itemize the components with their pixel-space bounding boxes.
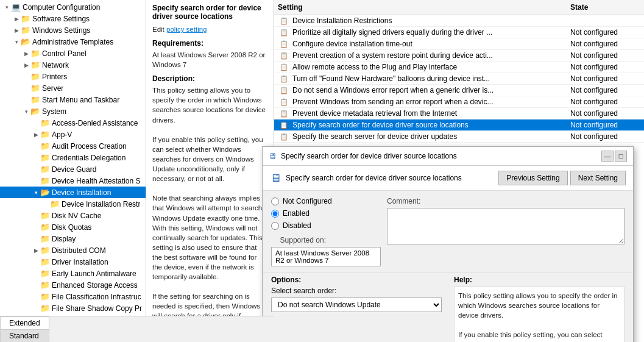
tree-item-system[interactable]: ▾📂System [0,105,146,117]
table-row[interactable]: 📋 Prioritize all digitally signed driver… [274,27,644,38]
tree-item-driver-installation[interactable]: 📁Driver Installation [0,256,146,268]
tree-item-device-health[interactable]: 📁Device Health Attestation S [0,175,146,187]
tree-expander[interactable]: ▾ [2,4,11,10]
folder-icon: 📁 [40,118,50,127]
folder-icon: 📁 [40,141,50,151]
policy-icon: 📋 [278,17,290,25]
table-row[interactable]: 📋 Prevent device metadata retrieval from… [274,108,644,119]
folder-icon: 📁 [40,234,50,243]
setting-cell: 📋 Specify search order for device driver… [274,119,567,130]
help-text: This policy setting allows you to specif… [454,287,625,342]
tree-item-device-guard[interactable]: 📁Device Guard [0,163,146,175]
tree-expander[interactable]: ▶ [22,62,30,68]
tree-item-file-classification[interactable]: 📁File Classification Infrastruc [0,291,146,302]
folder-icon: 📁 [40,223,50,232]
tree-item-server[interactable]: 📁Server [0,82,146,94]
tree-item-audit-process[interactable]: 📁Audit Process Creation [0,140,146,152]
folder-icon: 📁 [40,257,50,266]
tree-item-windows-settings[interactable]: ▶📁Windows Settings [0,24,146,36]
tree-item-network[interactable]: ▶📁Network [0,59,146,71]
tree-item-admin-templates[interactable]: ▾📂Administrative Templates [0,36,146,48]
tree-expander[interactable]: ▶ [32,248,40,254]
table-row[interactable]: 📋 Configure device installation time-out… [274,38,644,50]
tree-item-device-installation-restr[interactable]: 📁Device Installation Restr [0,198,146,210]
modal-maximize-btn[interactable]: □ [615,151,627,162]
tree-item-label: File Classification Infrastruc [52,293,141,301]
tree-item-early-launch[interactable]: 📁Early Launch Antimalware [0,268,146,279]
state-cell: Not configured [567,73,644,84]
table-row[interactable]: 📋 Device Installation Restrictions [274,15,644,27]
tree-item-enhanced-storage[interactable]: 📁Enhanced Storage Access [0,279,146,291]
tree-item-display[interactable]: 📁Display [0,233,146,244]
tree-item-distributed-com[interactable]: ▶📁Distributed COM [0,244,146,256]
tree-item-label: Printers [42,73,67,81]
folder-open-icon: 📂 [30,107,40,116]
comment-textarea[interactable] [387,208,625,244]
tree-item-access-denied[interactable]: 📁Access-Denied Assistance [0,117,146,129]
tree-item-start-menu[interactable]: 📁Start Menu and Taskbar [0,94,146,105]
tree-expander[interactable]: ▶ [12,16,21,22]
table-row[interactable]: 📋 Prevent creation of a system restore p… [274,50,644,62]
table-row[interactable]: 📋 Turn off "Found New Hardware" balloons… [274,73,644,85]
tree-item-credentials[interactable]: 📁Credentials Delegation [0,152,146,163]
tree-expander[interactable]: ▾ [12,39,21,45]
tree-item-app-v[interactable]: ▶📁App-V [0,129,146,140]
folder-icon: 📁 [40,211,50,220]
folder-icon: 📁 [40,130,50,139]
radio-enabled[interactable]: Enabled [271,209,381,218]
help-label: Help: [454,276,625,284]
tree-item-label: File Share Shadow Copy Pr [52,304,142,313]
radio-disabled[interactable]: Disabled [271,221,381,230]
folder-icon: 📁 [50,199,60,208]
table-row[interactable]: 📋 Do not send a Windows error report whe… [274,85,644,96]
state-cell [567,20,644,22]
tree-item-software-settings[interactable]: ▶📁Software Settings [0,13,146,24]
table-row[interactable]: 📋 Specify search order for device driver… [274,119,644,131]
tree-expander[interactable]: ▶ [12,27,21,34]
setting-cell: 📋 Configure device installation time-out [274,38,567,49]
tab-standard[interactable]: Standard [0,329,49,342]
tree-expander[interactable]: ▶ [32,132,40,138]
setting-cell: 📋 Prevent device metadata retrieval from… [274,108,567,119]
search-order-dropdown[interactable]: Do not search Windows Update [271,297,442,312]
requirements-heading: Requirements: [152,39,267,48]
tree-item-label: Network [42,61,69,69]
tree-item-label: System [42,107,66,116]
state-cell: Not configured [567,50,644,61]
tree-item-label: Start Menu and Taskbar [42,96,119,104]
modal-minimize-btn[interactable]: — [601,151,614,162]
tree-item-file-share-shadow[interactable]: 📁File Share Shadow Copy Pr [0,302,146,314]
tree-expander[interactable]: ▶ [22,51,30,57]
tree-item-control-panel[interactable]: ▶📁Control Panel [0,48,146,59]
policy-icon: 📋 [278,110,290,118]
tree-expander[interactable]: ▾ [22,109,30,115]
next-setting-btn[interactable]: Next Setting [570,171,626,185]
tree-item-computer-config[interactable]: ▾💻Computer Configuration [0,1,146,13]
policy-icon: 📋 [278,75,290,83]
table-row[interactable]: 📋 Allow remote access to the Plug and Pl… [274,62,644,73]
tree-item-device-installation[interactable]: ▾📂Device Installation [0,187,146,198]
col-header-state: State [567,2,644,13]
tree-item-printers[interactable]: 📁Printers [0,71,146,82]
bottom-tabs: ExtendedStandard [0,316,274,342]
tree-item-label: App-V [52,130,72,139]
tree-item-disk-quotas[interactable]: 📁Disk Quotas [0,221,146,233]
tree-item-disk-nv-cache[interactable]: 📁Disk NV Cache [0,210,146,221]
setting-cell: 📋 Prioritize all digitally signed driver… [274,27,567,38]
folder-icon: 📁 [30,49,40,58]
tab-extended[interactable]: Extended [0,316,49,329]
state-cell: Not configured [567,27,644,38]
tree-expander[interactable]: ▾ [32,190,40,196]
radio-group: Not Configured Enabled Disabled [271,197,381,230]
table-row[interactable]: 📋 Specify the search server for device d… [274,131,644,143]
radio-not-configured[interactable]: Not Configured [271,197,381,205]
tree-item-label: Device Installation Restr [62,200,140,208]
folder-open-icon: 📂 [40,188,50,197]
policy-link[interactable]: policy setting [166,26,207,33]
folder-icon: 📁 [40,280,50,290]
table-row[interactable]: 📋 Prevent Windows from sending an error … [274,96,644,108]
state-cell: Not configured [567,62,644,73]
tree-item-label: Administrative Templates [32,38,113,46]
description-heading: Description: [152,74,267,83]
prev-setting-btn[interactable]: Previous Setting [498,171,567,185]
